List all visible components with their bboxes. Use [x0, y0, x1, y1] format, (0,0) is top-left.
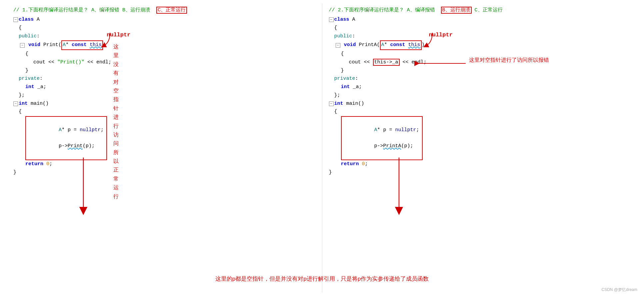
left-int-a-line: int _a; [13, 83, 315, 91]
right-int-a: int _a; [329, 83, 362, 91]
right-collapse-printa[interactable]: − [336, 43, 340, 48]
right-code-box-line: A* p = nullptr; p->PrintA(p); [329, 116, 631, 160]
page-container: // 1.下面程序编译运行结果是？ A、编译报错 B、运行崩溃 C、正常运行 −… [0, 0, 644, 296]
right-question-text: // 2.下面程序编译运行结果是？ A、编译报错 [329, 7, 435, 13]
right-main-close-brace: } [329, 169, 631, 177]
right-const-this-box: A* const this [380, 40, 422, 50]
right-p-printa: p->PrintA(p); [374, 143, 413, 149]
left-private: private: [13, 75, 43, 83]
right-collapse-main[interactable]: − [329, 101, 334, 106]
right-this-a-box: this->_a [373, 59, 400, 66]
left-public: public: [13, 32, 40, 41]
left-int-keyword: int main() [19, 100, 49, 108]
left-main-close: } [13, 169, 16, 177]
left-print-close: } [13, 67, 28, 75]
right-a-ptr: A* p = nullptr; [374, 127, 419, 133]
right-cout: cout << this->_a << endl; [329, 58, 427, 67]
right-private: private: [329, 75, 358, 83]
left-int-main-line: − int main() [13, 100, 315, 108]
right-question-rest: C、正常运行 [475, 7, 503, 13]
right-class-open-brace: { [329, 24, 631, 32]
right-main-brace: { [329, 108, 337, 116]
left-main-close-brace: } [13, 169, 315, 177]
left-cout: cout << "Print()" << endl; [13, 58, 111, 67]
right-cout-line: cout << this->_a << endl; 这里对空指针进行了访问所以报… [329, 58, 631, 67]
csdn-watermark: CSDN @梦忆dream [601, 287, 637, 293]
left-main-open-brace: { [13, 108, 315, 116]
left-panel: // 1.下面程序编译运行结果是？ A、编译报错 B、运行崩溃 C、正常运行 −… [7, 3, 322, 293]
left-print-close-brace: } [13, 67, 315, 75]
right-close-class-line: }; [329, 91, 631, 100]
left-close-paren: ) [103, 41, 106, 49]
right-nullptr-label: nullptr [429, 30, 453, 40]
right-class-name: A [352, 16, 355, 24]
right-class-line: − class A [329, 16, 631, 24]
left-public-line: public: [13, 32, 315, 41]
left-brace1: { [13, 24, 22, 32]
right-int-main-line: − int main() [329, 100, 631, 108]
left-print-brace: { [13, 50, 28, 58]
right-brace1: { [329, 24, 337, 32]
left-class-name: A [37, 16, 40, 24]
right-code-box: A* p = nullptr; p->PrintA(p); [341, 116, 423, 160]
left-cout-line: cout << "Print()" << endl; [13, 58, 315, 67]
left-collapse-print[interactable]: − [20, 43, 25, 48]
left-return-line: return 0; [13, 160, 315, 169]
left-code-block: − class A { public: − void Print(A* cons… [13, 16, 315, 177]
right-printa-brace: { [329, 50, 344, 58]
left-return: return 0; [13, 160, 52, 169]
left-collapse-main[interactable]: − [13, 101, 18, 106]
left-p-print: p->Print(p); [59, 143, 95, 149]
left-question-highlight: C、正常运行 [156, 7, 187, 14]
right-code-block: − class A { public: − void PrintA(A* con… [329, 16, 631, 177]
right-annotation: 这里对空指针进行了访问所以报错 [469, 56, 549, 64]
right-close-class: }; [329, 91, 340, 100]
left-a-ptr: A* p = nullptr; [59, 127, 104, 133]
right-printa-close-brace: } [329, 67, 631, 75]
right-private-line: private: [329, 75, 631, 83]
right-main-open-brace: { [329, 108, 631, 116]
left-const-this-box: A* const this [61, 40, 103, 50]
right-close-paren: ) [422, 41, 425, 49]
bottom-annotation: 这里的p都是空指针，但是并没有对p进行解引用，只是将p作为实参传递给了成员函数 [0, 275, 644, 283]
right-collapse-class[interactable]: − [329, 17, 334, 22]
left-class-open-brace: { [13, 24, 315, 32]
left-close-class: }; [13, 91, 25, 100]
left-code-box: A* p = nullptr; p->Print(p); [25, 116, 107, 160]
right-main-close: } [329, 169, 332, 177]
right-printa-close: } [329, 67, 344, 75]
right-public-line: public: [329, 32, 631, 41]
left-close-class-line: }; [13, 91, 315, 100]
left-private-line: private: [13, 75, 315, 83]
right-class-keyword: class [334, 16, 349, 24]
left-nullptr-label: nullptr [107, 30, 130, 40]
left-question: // 1.下面程序编译运行结果是？ A、编译报错 B、运行崩溃 C、正常运行 [13, 7, 315, 13]
left-code-box-line: A* p = nullptr; p->Print(p); [13, 116, 315, 160]
right-return: return 0; [329, 160, 368, 169]
right-question-highlight: B、运行崩溃 [441, 7, 472, 14]
left-void-print-line: − void Print(A* const this) nullptr [13, 40, 315, 50]
left-main-brace: { [13, 108, 22, 116]
left-collapse-class[interactable]: − [13, 17, 18, 22]
right-int-a-line: int _a; [329, 83, 631, 91]
left-class-line: − class A [13, 16, 315, 24]
left-void-keyword: void Print( [25, 41, 61, 49]
left-print-open-brace: { [13, 50, 315, 58]
right-void-printa-line: − void PrintA(A* const this) nullptr [329, 40, 631, 50]
right-question: // 2.下面程序编译运行结果是？ A、编译报错 B、运行崩溃 C、正常运行 [329, 7, 631, 13]
right-void-keyword: void PrintA( [341, 41, 380, 49]
left-class-keyword: class [19, 16, 34, 24]
right-public: public: [329, 32, 355, 41]
right-return-line: return 0; [329, 160, 631, 169]
right-int-keyword: int main() [334, 100, 364, 108]
right-panel: // 2.下面程序编译运行结果是？ A、编译报错 B、运行崩溃 C、正常运行 −… [322, 3, 638, 293]
left-int-a: int _a; [13, 83, 46, 91]
left-question-text: // 1.下面程序编译运行结果是？ A、编译报错 B、运行崩溃 [13, 7, 150, 13]
